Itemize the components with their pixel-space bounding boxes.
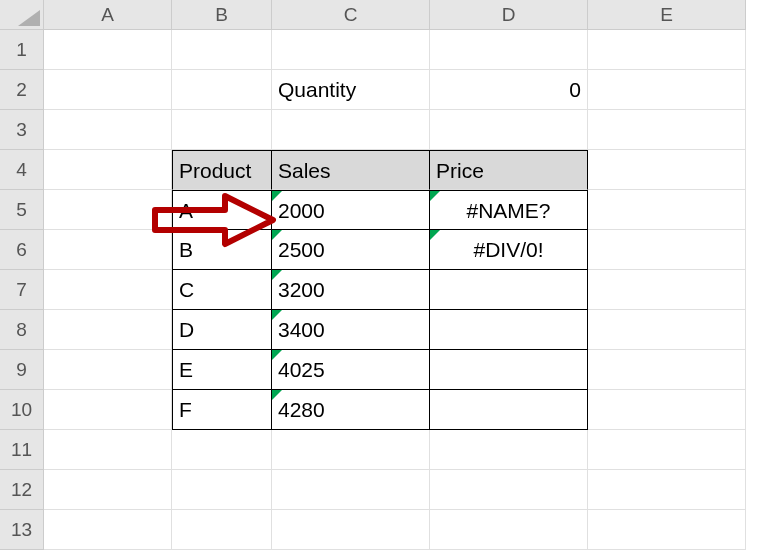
cell-A8[interactable] bbox=[44, 310, 172, 350]
column-headers: A B C D E bbox=[44, 0, 746, 30]
cell-C3[interactable] bbox=[272, 110, 430, 150]
cell-E9[interactable] bbox=[588, 350, 746, 390]
cell-B10[interactable]: F bbox=[172, 390, 272, 430]
cells-area: Quantity 0 Product Sales Price A 2000 #N… bbox=[44, 30, 746, 550]
cell-A13[interactable] bbox=[44, 510, 172, 550]
cell-B7[interactable]: C bbox=[172, 270, 272, 310]
cell-C5[interactable]: 2000 bbox=[272, 190, 430, 230]
cell-D5[interactable]: #NAME? bbox=[430, 190, 588, 230]
cell-C6[interactable]: 2500 bbox=[272, 230, 430, 270]
row-header-3[interactable]: 3 bbox=[0, 110, 44, 150]
cell-B8[interactable]: D bbox=[172, 310, 272, 350]
row-header-10[interactable]: 10 bbox=[0, 390, 44, 430]
row-headers: 1 2 3 4 5 6 7 8 9 10 11 12 13 bbox=[0, 30, 44, 550]
select-all-corner[interactable] bbox=[0, 0, 44, 30]
row-header-1[interactable]: 1 bbox=[0, 30, 44, 70]
row-header-5[interactable]: 5 bbox=[0, 190, 44, 230]
cell-B1[interactable] bbox=[172, 30, 272, 70]
cell-D11[interactable] bbox=[430, 430, 588, 470]
cell-B13[interactable] bbox=[172, 510, 272, 550]
cell-D9[interactable] bbox=[430, 350, 588, 390]
col-header-C[interactable]: C bbox=[272, 0, 430, 30]
row-header-4[interactable]: 4 bbox=[0, 150, 44, 190]
cell-B4[interactable]: Product bbox=[172, 150, 272, 190]
cell-E2[interactable] bbox=[588, 70, 746, 110]
cell-D13[interactable] bbox=[430, 510, 588, 550]
row-header-9[interactable]: 9 bbox=[0, 350, 44, 390]
cell-D6[interactable]: #DIV/0! bbox=[430, 230, 588, 270]
row-header-2[interactable]: 2 bbox=[0, 70, 44, 110]
cell-D10[interactable] bbox=[430, 390, 588, 430]
cell-E13[interactable] bbox=[588, 510, 746, 550]
row-header-8[interactable]: 8 bbox=[0, 310, 44, 350]
cell-A6[interactable] bbox=[44, 230, 172, 270]
cell-C2[interactable]: Quantity bbox=[272, 70, 430, 110]
cell-C8[interactable]: 3400 bbox=[272, 310, 430, 350]
cell-B11[interactable] bbox=[172, 430, 272, 470]
cell-E1[interactable] bbox=[588, 30, 746, 70]
cell-D2[interactable]: 0 bbox=[430, 70, 588, 110]
cell-A9[interactable] bbox=[44, 350, 172, 390]
spreadsheet-grid[interactable]: A B C D E 1 2 3 4 5 6 7 8 9 10 11 12 13 bbox=[0, 0, 768, 556]
row-header-12[interactable]: 12 bbox=[0, 470, 44, 510]
cell-C4[interactable]: Sales bbox=[272, 150, 430, 190]
col-header-B[interactable]: B bbox=[172, 0, 272, 30]
cell-C11[interactable] bbox=[272, 430, 430, 470]
cell-D3[interactable] bbox=[430, 110, 588, 150]
cell-A3[interactable] bbox=[44, 110, 172, 150]
cell-B2[interactable] bbox=[172, 70, 272, 110]
cell-A12[interactable] bbox=[44, 470, 172, 510]
cell-A1[interactable] bbox=[44, 30, 172, 70]
cell-A10[interactable] bbox=[44, 390, 172, 430]
cell-C9[interactable]: 4025 bbox=[272, 350, 430, 390]
row-header-11[interactable]: 11 bbox=[0, 430, 44, 470]
cell-E3[interactable] bbox=[588, 110, 746, 150]
cell-D1[interactable] bbox=[430, 30, 588, 70]
cell-E7[interactable] bbox=[588, 270, 746, 310]
row-header-6[interactable]: 6 bbox=[0, 230, 44, 270]
cell-B12[interactable] bbox=[172, 470, 272, 510]
cell-E11[interactable] bbox=[588, 430, 746, 470]
cell-C1[interactable] bbox=[272, 30, 430, 70]
cell-C10[interactable]: 4280 bbox=[272, 390, 430, 430]
col-header-A[interactable]: A bbox=[44, 0, 172, 30]
cell-D12[interactable] bbox=[430, 470, 588, 510]
cell-A5[interactable] bbox=[44, 190, 172, 230]
cell-B5[interactable]: A bbox=[172, 190, 272, 230]
col-header-D[interactable]: D bbox=[430, 0, 588, 30]
cell-E10[interactable] bbox=[588, 390, 746, 430]
cell-C13[interactable] bbox=[272, 510, 430, 550]
cell-E8[interactable] bbox=[588, 310, 746, 350]
cell-A7[interactable] bbox=[44, 270, 172, 310]
cell-B6[interactable]: B bbox=[172, 230, 272, 270]
cell-D4[interactable]: Price bbox=[430, 150, 588, 190]
cell-E5[interactable] bbox=[588, 190, 746, 230]
cell-A4[interactable] bbox=[44, 150, 172, 190]
row-header-7[interactable]: 7 bbox=[0, 270, 44, 310]
row-header-13[interactable]: 13 bbox=[0, 510, 44, 550]
cell-B9[interactable]: E bbox=[172, 350, 272, 390]
cell-D7[interactable] bbox=[430, 270, 588, 310]
cell-C12[interactable] bbox=[272, 470, 430, 510]
cell-C7[interactable]: 3200 bbox=[272, 270, 430, 310]
cell-B3[interactable] bbox=[172, 110, 272, 150]
cell-A2[interactable] bbox=[44, 70, 172, 110]
col-header-E[interactable]: E bbox=[588, 0, 746, 30]
cell-E6[interactable] bbox=[588, 230, 746, 270]
cell-E12[interactable] bbox=[588, 470, 746, 510]
cell-A11[interactable] bbox=[44, 430, 172, 470]
cell-E4[interactable] bbox=[588, 150, 746, 190]
cell-D8[interactable] bbox=[430, 310, 588, 350]
